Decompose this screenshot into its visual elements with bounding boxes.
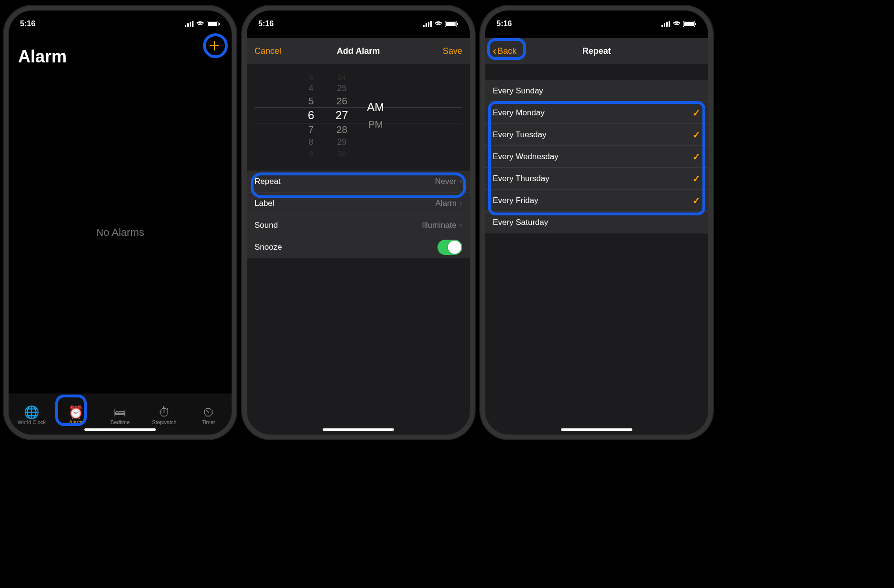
empty-text: No Alarms (96, 226, 144, 239)
cancel-button[interactable]: Cancel (254, 46, 288, 56)
svg-rect-13 (457, 23, 458, 25)
svg-rect-7 (423, 25, 425, 27)
tab-stopwatch[interactable]: ⏱ Stopwatch (145, 406, 183, 425)
back-button[interactable]: ‹ Back (493, 44, 526, 58)
page-title: Alarm (9, 32, 232, 71)
phone-screen-2: 5:16 Cancel Add Alarm Save 3 4 5 6 7 8 9 (242, 6, 475, 439)
day-label: Every Thursday (493, 174, 549, 183)
row-repeat[interactable]: Repeat Never› (247, 171, 470, 193)
home-indicator[interactable] (323, 428, 394, 431)
day-row-monday[interactable]: Every Monday ✓ (485, 102, 708, 124)
alarm-icon: ⏰ (68, 406, 83, 418)
battery-icon (683, 21, 697, 27)
day-row-wednesday[interactable]: Every Wednesday ✓ (485, 146, 708, 168)
cellular-icon (423, 21, 432, 27)
home-indicator[interactable] (561, 428, 632, 431)
chevron-left-icon: ‹ (493, 44, 497, 58)
back-label: Back (498, 46, 517, 56)
chevron-right-icon: › (459, 198, 462, 208)
status-time: 5:16 (258, 20, 274, 28)
wifi-icon (196, 21, 204, 27)
minute-wheel[interactable]: 24 25 26 27 28 29 30 (335, 73, 348, 157)
svg-rect-1 (187, 23, 189, 27)
day-row-saturday[interactable]: Every Saturday (485, 212, 708, 233)
notch (549, 10, 644, 24)
checkmark-icon: ✓ (692, 129, 701, 141)
notch (311, 10, 406, 24)
svg-rect-15 (664, 23, 665, 27)
day-label: Every Monday (493, 108, 545, 118)
svg-rect-19 (684, 22, 694, 26)
save-button[interactable]: Save (429, 46, 462, 56)
tab-label: Bedtime (111, 419, 130, 425)
hour-wheel[interactable]: 3 4 5 6 7 8 9 (308, 73, 314, 157)
day-label: Every Friday (493, 196, 538, 205)
checkmark-icon: ✓ (692, 107, 701, 119)
tab-label: Alarm (69, 419, 83, 425)
svg-rect-17 (669, 21, 670, 27)
snooze-toggle[interactable] (437, 240, 462, 255)
status-icons (423, 21, 458, 27)
phone-screen-3: 5:16 ‹ Back Repeat Every Sunday Every Mo… (480, 6, 713, 439)
nav-title: Add Alarm (288, 46, 429, 56)
svg-rect-20 (695, 23, 696, 25)
day-label: Every Sunday (493, 86, 543, 96)
svg-rect-0 (185, 25, 186, 27)
row-label: Sound (254, 221, 278, 230)
svg-rect-6 (219, 23, 220, 25)
row-label: Repeat (254, 177, 281, 186)
status-icons (185, 21, 220, 27)
wifi-icon (672, 21, 681, 27)
svg-rect-8 (426, 23, 427, 27)
phone-screen-1: 5:16 Alarm No Alarms 🌐 World Clock ⏰ Ala… (4, 6, 236, 439)
tab-label: Timer (202, 419, 215, 425)
ampm-wheel[interactable]: AM PM (367, 101, 384, 130)
svg-rect-12 (446, 22, 456, 26)
row-label[interactable]: Label Alarm› (247, 193, 470, 214)
svg-rect-2 (190, 22, 191, 27)
time-picker[interactable]: 3 4 5 6 7 8 9 24 25 26 27 28 29 30 AM PM (254, 68, 462, 163)
repeat-screen: 5:16 ‹ Back Repeat Every Sunday Every Mo… (485, 10, 708, 435)
day-row-tuesday[interactable]: Every Tuesday ✓ (485, 124, 708, 146)
tab-world-clock[interactable]: 🌐 World Clock (12, 406, 51, 425)
tab-bedtime[interactable]: 🛏 Bedtime (101, 406, 139, 425)
alarm-options-list: Repeat Never› Label Alarm› Sound Illumin… (247, 171, 470, 258)
row-value: Never (435, 177, 457, 186)
add-alarm-button[interactable] (206, 37, 223, 54)
row-value: Alarm (436, 199, 457, 208)
row-sound[interactable]: Sound Illuminate› (247, 214, 470, 236)
plus-icon (209, 40, 220, 51)
svg-rect-14 (661, 25, 663, 27)
alarm-list-screen: 5:16 Alarm No Alarms 🌐 World Clock ⏰ Ala… (9, 10, 232, 435)
row-value: Illuminate (422, 221, 457, 230)
nav-title: Repeat (526, 46, 667, 56)
battery-icon (207, 21, 220, 27)
checkmark-icon: ✓ (692, 151, 701, 162)
day-row-sunday[interactable]: Every Sunday (485, 80, 708, 102)
row-label: Label (254, 199, 274, 208)
bed-icon: 🛏 (114, 406, 126, 418)
status-icons (661, 21, 697, 27)
globe-icon: 🌐 (24, 406, 39, 418)
add-alarm-screen: 5:16 Cancel Add Alarm Save 3 4 5 6 7 8 9 (247, 10, 470, 435)
day-label: Every Tuesday (493, 130, 546, 140)
chevron-right-icon: › (459, 176, 462, 186)
row-label: Snooze (254, 243, 282, 252)
notch (72, 10, 168, 24)
day-row-friday[interactable]: Every Friday ✓ (485, 190, 708, 212)
timer-icon: ⏲ (203, 406, 215, 418)
status-time: 5:16 (497, 20, 512, 28)
tab-timer[interactable]: ⏲ Timer (190, 406, 228, 425)
svg-rect-3 (192, 21, 193, 27)
svg-rect-5 (208, 22, 217, 26)
svg-rect-9 (428, 22, 429, 27)
home-indicator[interactable] (84, 428, 156, 431)
empty-state: No Alarms (9, 71, 232, 394)
svg-rect-16 (666, 22, 668, 27)
navbar: ‹ Back Repeat (485, 38, 708, 64)
cellular-icon (661, 21, 670, 27)
checkmark-icon: ✓ (692, 195, 701, 206)
day-row-thursday[interactable]: Every Thursday ✓ (485, 168, 708, 190)
navbar: Cancel Add Alarm Save (247, 38, 470, 64)
tab-alarm[interactable]: ⏰ Alarm (57, 406, 95, 425)
